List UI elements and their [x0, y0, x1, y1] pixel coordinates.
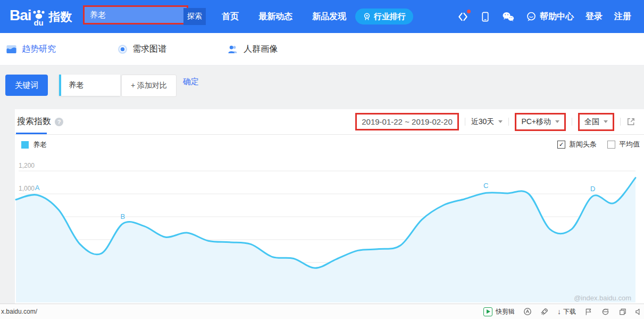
area-fill	[16, 178, 635, 302]
search-index-card: 搜索指数 2019-01-22 ~ 2019-02-20 近30天 PC+移动 …	[15, 109, 644, 304]
nav-home[interactable]: 首页	[222, 11, 239, 22]
tab-audience-profile[interactable]: 人群画像	[227, 44, 278, 55]
date-range-picker[interactable]: 2019-01-22 ~ 2019-02-20	[355, 113, 459, 130]
section-tabs: 趋势研究 需求图谱 人群画像	[0, 33, 644, 66]
quick-clip-label: 快剪辑	[496, 307, 515, 316]
trend-chart-icon	[6, 44, 17, 54]
point-label-d: D	[590, 185, 595, 193]
search-index-title: 搜索指数	[17, 116, 51, 127]
logo-text-zhishu: 指数	[49, 8, 72, 26]
checkbox-unchecked-icon	[607, 141, 615, 149]
region-value: 全国	[584, 117, 599, 127]
window-restore-icon[interactable]	[618, 308, 626, 316]
rocket-icon[interactable]	[540, 307, 549, 316]
average-label: 平均值	[619, 140, 640, 149]
legend-swatch	[21, 141, 29, 149]
divider	[572, 118, 572, 126]
divider	[508, 118, 509, 126]
tab-search-index[interactable]: 搜索指数	[17, 116, 63, 127]
register-link[interactable]: 注册	[614, 11, 631, 22]
search-input[interactable]	[85, 7, 187, 23]
trend-chart-svg[interactable]: 2004006008001,0001,200ABCD	[15, 160, 644, 302]
overlay-checkboxes: 新闻头条 平均值	[557, 140, 640, 149]
status-url: x.baidu.com/	[0, 308, 37, 315]
trend-chart[interactable]: 2004006008001,0001,200ABCD	[15, 160, 644, 302]
active-tab-underline	[16, 133, 47, 134]
legend-item[interactable]: 养老	[21, 140, 47, 150]
point-label-a: A	[35, 184, 40, 192]
notification-dot	[467, 10, 471, 13]
platform-value: PC+移动	[521, 117, 551, 127]
checkbox-checked-icon	[557, 141, 565, 149]
chat-bubble-icon	[526, 11, 537, 22]
quick-clip-button[interactable]: 快剪辑	[483, 307, 515, 316]
speed-mode-icon[interactable]	[523, 307, 532, 316]
mobile-icon[interactable]	[480, 11, 490, 22]
card-header: 搜索指数 2019-01-22 ~ 2019-02-20 近30天 PC+移动 …	[15, 109, 644, 135]
region-dropdown[interactable]: 全国	[578, 113, 614, 131]
topbar-right-tools: 帮助中心 登录 注册	[457, 0, 631, 33]
date-range-value: 2019-01-22 ~ 2019-02-20	[362, 117, 453, 126]
tab-audience-profile-label: 人群画像	[244, 44, 278, 55]
explore-button[interactable]: 探索	[183, 8, 206, 25]
keyword-type-button[interactable]: 关键词	[5, 75, 48, 96]
speaker-icon[interactable]	[635, 308, 642, 316]
divider	[620, 118, 621, 126]
tab-trend-research[interactable]: 趋势研究	[6, 44, 56, 55]
keyword-chip-label: 养老	[69, 80, 83, 90]
tab-demand-map[interactable]: 需求图谱	[118, 44, 166, 55]
nav-latest-news[interactable]: 最新动态	[258, 11, 292, 22]
chart-controls: 2019-01-22 ~ 2019-02-20 近30天 PC+移动 全国	[355, 109, 635, 134]
tab-trend-research-label: 趋势研究	[22, 44, 56, 55]
play-icon	[483, 307, 492, 316]
y-axis-label: 1,000	[19, 185, 35, 192]
industry-ranking-label: 行业排行	[374, 12, 406, 22]
tab-demand-map-label: 需求图谱	[132, 44, 166, 55]
people-icon	[227, 44, 239, 54]
checkbox-average[interactable]: 平均值	[607, 140, 640, 149]
browser-status-bar: x.baidu.com/ 快剪辑 ↓ 下载	[0, 304, 644, 319]
add-compare-button[interactable]: + 添加对比	[121, 75, 177, 97]
add-compare-label: + 添加对比	[131, 81, 167, 91]
download-label: 下载	[563, 307, 576, 316]
help-center-label: 帮助中心	[540, 11, 574, 22]
logo-text-du: du	[34, 19, 43, 26]
top-navigation-bar: Bai du 指数 探索 首页 最新动态 新品发现 行业排行	[0, 0, 644, 33]
logo-text-bai: Bai	[10, 5, 31, 26]
platform-dropdown[interactable]: PC+移动	[515, 113, 566, 131]
keyword-chip[interactable]: 养老	[59, 75, 120, 96]
baidu-index-logo[interactable]: Bai du 指数	[10, 5, 72, 26]
checkbox-news-headlines[interactable]: 新闻头条	[557, 140, 597, 149]
medal-icon	[363, 12, 371, 21]
ie-icon[interactable]	[601, 308, 610, 316]
wechat-icon[interactable]	[502, 12, 514, 22]
chart-watermark: @index.baidu.com	[574, 294, 631, 302]
download-button[interactable]: ↓ 下载	[557, 307, 576, 316]
flag-icon[interactable]	[584, 308, 592, 316]
status-bar-tools: 快剪辑 ↓ 下载	[483, 307, 644, 316]
help-question-icon[interactable]	[55, 118, 63, 126]
point-label-b: B	[121, 212, 126, 220]
industry-ranking-button[interactable]: 行业排行	[355, 9, 413, 24]
confirm-link[interactable]: 确定	[183, 77, 199, 87]
keyword-filter-bar: 关键词 养老 + 添加对比 确定	[0, 65, 644, 109]
timespan-dropdown[interactable]: 近30天	[471, 117, 503, 127]
radar-dot-icon	[118, 44, 128, 54]
chevron-down-icon	[498, 120, 503, 123]
divider	[465, 118, 465, 126]
app-icon[interactable]	[457, 11, 469, 22]
news-headlines-label: 新闻头条	[569, 140, 597, 149]
login-link[interactable]: 登录	[586, 11, 603, 22]
point-label-c: C	[483, 182, 488, 190]
nav-new-products[interactable]: 新品发现	[312, 11, 346, 22]
chevron-down-icon	[555, 120, 559, 123]
chevron-down-icon	[604, 120, 608, 123]
y-axis-label: 1,200	[19, 162, 35, 169]
legend-label: 养老	[33, 140, 47, 150]
timespan-value: 近30天	[471, 117, 495, 127]
share-icon[interactable]	[626, 117, 635, 126]
down-arrow-icon: ↓	[557, 307, 561, 316]
top-nav-links: 首页 最新动态 新品发现	[222, 0, 346, 33]
search-highlight-box	[83, 5, 188, 24]
help-center-link[interactable]: 帮助中心	[526, 11, 574, 22]
